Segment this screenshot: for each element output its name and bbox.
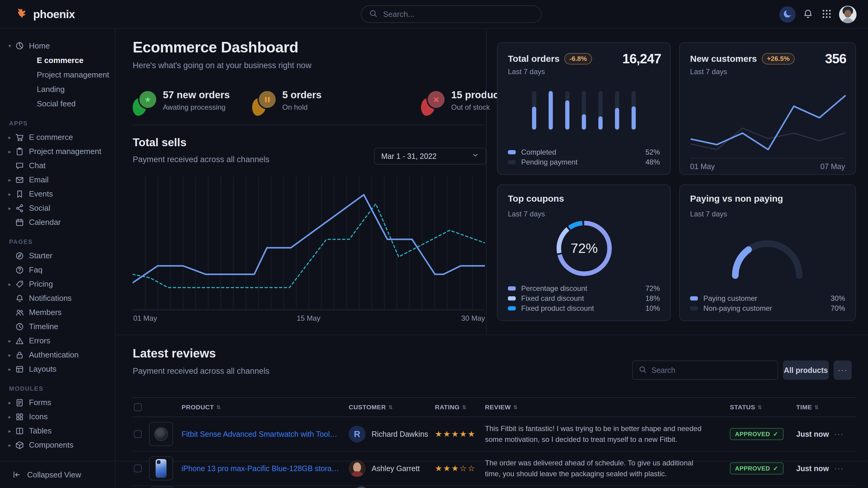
sidebar-item-home[interactable]: ▾Home	[0, 39, 115, 53]
sidebar-item-email[interactable]: ▸Email	[0, 173, 115, 187]
x-tick-15may: 15 May	[297, 314, 320, 323]
chat-icon	[15, 161, 24, 170]
dark-mode-toggle[interactable]	[779, 6, 796, 23]
sidebar-item-calendar[interactable]: Calendar	[0, 215, 115, 229]
column-header-status[interactable]: STATUS⇅	[730, 403, 796, 411]
sidebar-item-pricing[interactable]: ▸Pricing	[0, 277, 115, 291]
sidebar-item-notifications[interactable]: Notifications	[0, 291, 115, 305]
sidebar-subitem-social-feed[interactable]: Social feed	[0, 96, 115, 111]
row-menu-button[interactable]: ···	[834, 464, 856, 473]
sidebar-item-chat[interactable]: Chat	[0, 159, 115, 173]
table-row[interactable]: Fitbit Sense Advanced Smartwatch with To…	[133, 417, 856, 452]
sort-icon: ⇅	[216, 404, 221, 411]
sidebar-item-label: Timeline	[29, 322, 58, 331]
reviews-search-input[interactable]	[651, 366, 772, 375]
sidebar-item-label: E commerce	[29, 133, 73, 142]
components-icon	[15, 441, 24, 450]
sidebar-item-label: Notifications	[29, 294, 72, 303]
sort-icon: ⇅	[462, 404, 467, 411]
smartwatch-thumb	[149, 422, 173, 446]
order-bar	[532, 91, 536, 130]
customer-name: Ashley Garrett	[372, 464, 435, 473]
review-text: This Fitbit is fantastic! I was trying t…	[485, 423, 730, 445]
sidebar-item-layouts[interactable]: ▸Layouts	[0, 362, 115, 376]
sidebar-item-starter[interactable]: Starter	[0, 249, 115, 263]
sidebar-item-authentication[interactable]: ▸Authentication	[0, 348, 115, 362]
stat-value: 57 new orders	[163, 89, 230, 101]
legend-label: Percentage discount	[521, 284, 587, 293]
sidebar-section-label-pages: PAGES	[0, 237, 115, 246]
chevron-right-icon: ▸	[8, 176, 11, 183]
date-range-select[interactable]: Mar 1 - 31, 2022	[374, 148, 486, 165]
hero-stats: ★57 new ordersAwating processing5 orders…	[133, 89, 486, 118]
chevron-right-icon: ▸	[8, 366, 11, 372]
sidebar-subitem-e-commerce[interactable]: E commerce	[0, 53, 115, 67]
customer-avatar	[353, 487, 370, 488]
latest-reviews-title: Latest reviews	[133, 347, 216, 360]
warning-icon	[15, 336, 24, 346]
rating-stars: ★★★☆☆	[435, 464, 485, 473]
select-all-checkbox[interactable]	[134, 403, 142, 411]
review-time: Just now	[796, 464, 834, 473]
brand-name: phoenix	[33, 8, 75, 21]
row-menu-button[interactable]: ···	[834, 429, 856, 439]
order-bar-fill	[598, 116, 602, 130]
customers-series-current-period	[691, 96, 845, 150]
all-products-button[interactable]: All products	[783, 360, 829, 380]
sidebar-item-components[interactable]: ▸Components	[0, 438, 115, 452]
sidebar-item-tables[interactable]: ▸Tables	[0, 424, 115, 438]
customer-avatar[interactable]: R	[349, 426, 366, 443]
legend-item-paying-customer: Paying customer30%	[690, 293, 845, 303]
total-sells-subtitle: Payment received across all channels	[133, 155, 269, 164]
bookmark-icon	[15, 190, 24, 199]
legend-item-non-paying-customer: Non-paying customer70%	[690, 303, 845, 313]
customer-avatar[interactable]	[349, 460, 366, 477]
sidebar-item-events[interactable]: ▸Events	[0, 187, 115, 201]
sort-icon: ⇅	[389, 404, 393, 411]
product-thumb	[150, 487, 174, 488]
legend-label: Fixed card discount	[521, 294, 584, 303]
legend-item-percentage-discount: Percentage discount72%	[508, 283, 660, 293]
row-checkbox[interactable]	[134, 430, 142, 438]
column-header-rating[interactable]: RATING⇅	[435, 403, 485, 411]
sidebar-item-members[interactable]: Members	[0, 305, 115, 320]
row-checkbox[interactable]	[134, 464, 142, 472]
legend-item-fixed-product-discount: Fixed product discount10%	[508, 303, 660, 313]
column-header-time[interactable]: TIME⇅	[796, 403, 834, 411]
sidebar-subitem-landing[interactable]: Landing	[0, 82, 115, 96]
sidebar-item-errors[interactable]: ▸Errors	[0, 334, 115, 348]
sidebar-item-label: Events	[29, 189, 53, 199]
sidebar-item-project-management[interactable]: ▸Project management	[0, 144, 115, 159]
sidebar-item-icons[interactable]: ▸Icons	[0, 410, 115, 424]
sidebar-item-e-commerce[interactable]: ▸E commerce	[0, 130, 115, 144]
search-input[interactable]	[382, 9, 533, 19]
column-header-customer[interactable]: CUSTOMER⇅	[349, 403, 435, 411]
reviews-more-button[interactable]: ···	[834, 360, 852, 380]
legend-label: Fixed product discount	[521, 304, 594, 313]
product-link[interactable]: Fitbit Sense Advanced Smartwatch with To…	[182, 430, 349, 438]
column-header-label: CUSTOMER	[349, 403, 386, 411]
sidebar-item-label: Social	[29, 203, 50, 213]
sidebar-item-forms[interactable]: ▸Forms	[0, 395, 115, 410]
column-header-review[interactable]: REVIEW⇅	[485, 403, 730, 411]
brand-logo[interactable]: phoenix	[15, 0, 75, 29]
reviews-search	[632, 360, 778, 380]
envelope-icon	[15, 175, 24, 185]
apps-menu-button[interactable]	[820, 8, 833, 21]
sidebar-item-social[interactable]: ▸Social	[0, 201, 115, 215]
user-avatar[interactable]	[839, 6, 857, 23]
table-row[interactable]: iPhone 13 pro max-Pacific Blue-128GB sto…	[133, 452, 856, 486]
sidebar-item-faq[interactable]: Faq	[0, 263, 115, 277]
order-bar	[582, 91, 586, 130]
new-customers-line-chart	[690, 93, 846, 154]
legend-swatch	[508, 160, 516, 164]
column-header-product[interactable]: PRODUCT⇅	[182, 403, 349, 411]
lock-icon	[15, 351, 24, 360]
sidebar-item-timeline[interactable]: Timeline	[0, 320, 115, 334]
page-title: Ecommerce Dashboard	[133, 39, 298, 56]
sidebar-subitem-project-management[interactable]: Project management	[0, 67, 115, 82]
sidebar-nav: ▾HomeE commerceProject managementLanding…	[0, 29, 115, 452]
chevron-down-icon	[472, 152, 479, 161]
product-link[interactable]: iPhone 13 pro max-Pacific Blue-128GB sto…	[182, 464, 349, 473]
notifications-button[interactable]	[802, 8, 814, 21]
